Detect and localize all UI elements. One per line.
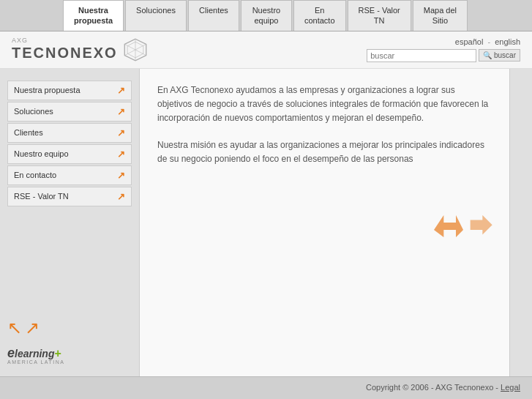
svg-marker-6	[471, 215, 492, 234]
sidebar: Nuestra propuesta ↗ Soluciones ↗ Cliente…	[0, 69, 139, 376]
search-icon: 🔍	[483, 51, 492, 59]
decorative-arrows: ↖ ↗	[7, 319, 40, 337]
sidebar-item-nuestro-equipo[interactable]: Nuestro equipo ↗	[7, 144, 132, 164]
content-area: Nuestra propuesta ↗ Soluciones ↗ Cliente…	[0, 69, 532, 376]
nav-items-container: Nuestrapropuesta Soluciones Clientes Nue…	[63, 0, 469, 31]
sidebar-item-en-contacto[interactable]: En contacto ↗	[7, 165, 132, 185]
logo-area: AXG TECNONEXO	[12, 37, 147, 61]
nav-mapa-del-sitio[interactable]: Mapa delSitio	[413, 0, 468, 31]
sidebar-label: RSE - Valor TN	[14, 192, 69, 201]
arrow-up-left-icon: ↖	[7, 319, 22, 337]
elearning-logo: elearning+	[7, 346, 64, 361]
elearning-plus: +	[54, 347, 61, 359]
lang-espanol[interactable]: español	[455, 37, 484, 46]
sidebar-item-soluciones[interactable]: Soluciones ↗	[7, 102, 132, 122]
search-button-label: buscar	[494, 51, 516, 59]
nav-nuestro-equipo[interactable]: Nuestroequipo	[241, 0, 292, 31]
nav-nuestra-propuesta[interactable]: Nuestrapropuesta	[63, 0, 124, 31]
sidebar-label: Nuestra propuesta	[14, 86, 80, 94]
lang-english[interactable]: english	[495, 37, 520, 46]
sidebar-label: Clientes	[14, 128, 43, 137]
search-button[interactable]: 🔍 buscar	[479, 49, 520, 61]
arrow-icon: ↗	[117, 149, 125, 160]
footer: Copyright © 2006 - AXG Tecnonexo - Legal	[0, 376, 532, 398]
sidebar-item-nuestra-propuesta[interactable]: Nuestra propuesta ↗	[7, 81, 132, 100]
header: AXG TECNONEXO español - english 🔍	[0, 31, 532, 69]
paragraph-1: En AXG Tecnonexo ayudamos a las empresas…	[157, 83, 492, 126]
nav-soluciones[interactable]: Soluciones	[125, 0, 187, 31]
main-content: En AXG Tecnonexo ayudamos a las empresas…	[139, 69, 510, 376]
sidebar-label: Nuestro equipo	[14, 149, 69, 158]
arrow-icon: ↗	[117, 170, 125, 181]
elearning-subtitle: AMERICA LATINA	[7, 359, 64, 365]
lang-separator: -	[487, 37, 490, 46]
legal-link[interactable]: Legal	[501, 383, 520, 392]
sidebar-bottom: ↖ ↗ elearning+ AMERICA LATINA	[7, 305, 132, 365]
language-links: español - english	[455, 37, 520, 46]
right-panel	[510, 69, 532, 376]
page-wrapper: AXG TECNONEXO español - english 🔍	[0, 31, 532, 398]
logo-icon	[124, 38, 147, 61]
header-right: español - english 🔍 buscar	[367, 37, 520, 62]
search-input[interactable]	[367, 49, 476, 62]
arrow-icon: ↗	[117, 127, 125, 138]
elearning-e: e	[7, 346, 15, 360]
sidebar-item-clientes[interactable]: Clientes ↗	[7, 123, 132, 143]
corner-arrows	[434, 212, 495, 246]
sidebar-item-rse-valor-tn[interactable]: RSE - Valor TN ↗	[7, 187, 132, 206]
nav-rse-valor-tn[interactable]: RSE - ValorTN	[348, 0, 411, 31]
logo-main: TECNONEXO	[12, 45, 118, 61]
nav-clientes[interactable]: Clientes	[188, 0, 239, 31]
arrow-icon: ↗	[117, 106, 125, 117]
copyright-text: Copyright © 2006 - AXG Tecnonexo -	[366, 383, 498, 392]
search-bar: 🔍 buscar	[367, 49, 520, 62]
arrow-up-right-icon: ↗	[25, 319, 40, 337]
logo-text-block: AXG TECNONEXO	[12, 37, 118, 61]
top-navigation: Nuestrapropuesta Soluciones Clientes Nue…	[0, 0, 532, 31]
arrow-icon: ↗	[117, 85, 125, 96]
arrow-icon: ↗	[117, 191, 125, 202]
sidebar-label: En contacto	[14, 171, 56, 179]
logo-axg: AXG	[12, 37, 118, 45]
nav-en-contacto[interactable]: Encontacto	[293, 0, 346, 31]
elearning-text: learning	[15, 348, 54, 359]
elearning-logo-block: elearning+ AMERICA LATINA	[7, 346, 64, 365]
sidebar-label: Soluciones	[14, 107, 53, 116]
svg-marker-5	[434, 215, 463, 236]
paragraph-2: Nuestra misión es ayudar a las organizac…	[157, 138, 492, 166]
